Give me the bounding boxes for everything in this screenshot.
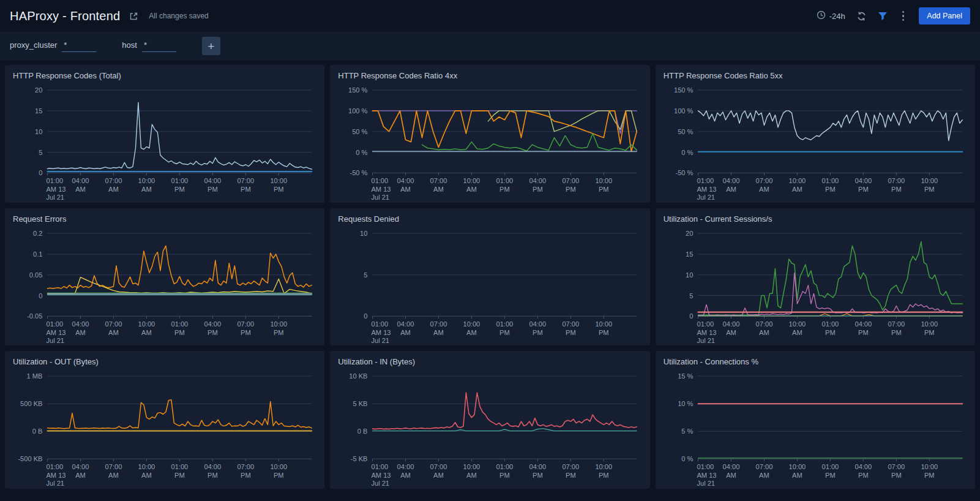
chart-utilization-connections-pct[interactable]: 15 %10 %5 %0 %01:00AM 13Jul 2104:00AM07:… (664, 369, 967, 488)
svg-text:07:00: 07:00 (755, 177, 772, 184)
svg-text:07:00: 07:00 (237, 464, 254, 471)
page-title: HAProxy - Frontend (10, 9, 120, 23)
svg-text:PM: PM (825, 186, 836, 193)
svg-text:PM: PM (499, 328, 510, 336)
svg-text:AM: AM (141, 186, 152, 193)
svg-text:AM 13: AM 13 (46, 186, 65, 193)
svg-text:Jul 21: Jul 21 (697, 480, 715, 487)
chart-utilization-out-bytes[interactable]: 1 MB500 KB0 B-500 KB01:00AM 13Jul 2104:0… (13, 369, 316, 488)
svg-text:PM: PM (241, 472, 251, 479)
svg-text:10:00: 10:00 (138, 464, 155, 471)
svg-text:500 KB: 500 KB (20, 401, 42, 408)
svg-text:07:00: 07:00 (755, 464, 772, 471)
svg-text:10:00: 10:00 (788, 464, 806, 471)
svg-text:07:00: 07:00 (563, 320, 580, 328)
chart-http-response-codes-ratio-4xx[interactable]: 150 %100 %50 %0 %-50 %01:00AM 13Jul 2104… (338, 83, 641, 202)
svg-text:AM: AM (792, 472, 802, 479)
chart-request-errors[interactable]: 0.20.10.050-0.0501:00AM 13Jul 2104:00AM0… (13, 226, 316, 345)
chart-http-response-codes-ratio-5xx[interactable]: 150 %100 %50 %0 %-50 %01:00AM 13Jul 2104… (664, 83, 967, 202)
svg-text:07:00: 07:00 (888, 464, 905, 471)
svg-text:AM: AM (75, 328, 86, 336)
svg-text:PM: PM (174, 328, 185, 336)
svg-text:AM: AM (759, 472, 769, 479)
svg-text:50 %: 50 % (678, 128, 693, 135)
refresh-icon[interactable] (856, 11, 867, 21)
svg-text:04:00: 04:00 (722, 320, 739, 328)
svg-text:10:00: 10:00 (596, 177, 613, 184)
svg-text:AM 13: AM 13 (697, 186, 716, 193)
svg-text:PM: PM (566, 328, 576, 336)
svg-text:0.2: 0.2 (33, 230, 42, 237)
filter-icon[interactable] (878, 12, 888, 21)
filter-value-input[interactable]: * (142, 40, 176, 52)
svg-text:01:00: 01:00 (821, 464, 839, 471)
svg-text:07:00: 07:00 (430, 320, 447, 328)
svg-text:-50 %: -50 % (675, 169, 693, 176)
chart-utilization-current-sessions[interactable]: 2015105001:00AM 13Jul 2104:00AM07:00AM10… (664, 226, 967, 345)
svg-text:0: 0 (39, 169, 42, 176)
svg-text:AM: AM (726, 472, 736, 479)
svg-text:04:00: 04:00 (397, 464, 414, 471)
svg-text:100 %: 100 % (674, 107, 694, 115)
svg-text:AM: AM (400, 186, 411, 193)
svg-text:01:00: 01:00 (372, 464, 389, 471)
svg-text:Jul 21: Jul 21 (697, 194, 715, 201)
svg-text:AM: AM (400, 328, 411, 336)
time-range-label: -24h (829, 12, 845, 21)
svg-text:10: 10 (35, 128, 42, 135)
clock-icon (817, 10, 826, 21)
svg-text:-5 KB: -5 KB (351, 456, 368, 463)
svg-text:07:00: 07:00 (105, 464, 122, 471)
svg-text:07:00: 07:00 (430, 177, 447, 184)
svg-text:04:00: 04:00 (397, 320, 414, 328)
svg-text:01:00: 01:00 (372, 177, 389, 184)
panel-title: Utilization - IN (Bytes) (338, 357, 641, 366)
time-range-button[interactable]: -24h (817, 10, 845, 21)
svg-text:0: 0 (689, 312, 693, 320)
svg-text:10:00: 10:00 (138, 177, 155, 184)
svg-text:PM: PM (208, 472, 218, 479)
svg-text:5: 5 (39, 149, 42, 156)
add-panel-button[interactable]: Add Panel (919, 7, 970, 24)
edit-dashboard-icon[interactable] (129, 11, 139, 21)
svg-text:AM: AM (141, 472, 152, 479)
svg-text:01:00: 01:00 (697, 464, 714, 471)
svg-text:PM: PM (858, 328, 869, 336)
chart-utilization-in-bytes[interactable]: 10 KB5 KB0 B-5 KB01:00AM 13Jul 2104:00AM… (338, 369, 641, 488)
chart-requests-denied[interactable]: 105001:00AM 13Jul 2104:00AM07:00AM10:00A… (338, 226, 641, 345)
svg-text:07:00: 07:00 (888, 177, 905, 184)
svg-text:PM: PM (566, 472, 576, 479)
kebab-menu-icon[interactable] (899, 10, 908, 23)
svg-text:PM: PM (274, 186, 284, 193)
svg-text:10: 10 (686, 271, 693, 278)
add-filter-button[interactable]: + (202, 37, 220, 55)
svg-text:-0.05: -0.05 (27, 312, 42, 320)
svg-text:AM: AM (433, 472, 444, 479)
svg-text:0: 0 (39, 292, 42, 299)
svg-text:07:00: 07:00 (105, 177, 122, 184)
svg-text:PM: PM (533, 472, 543, 479)
svg-text:04:00: 04:00 (855, 464, 872, 471)
svg-text:Jul 21: Jul 21 (46, 336, 64, 344)
filter-value-input[interactable]: * (62, 40, 96, 52)
panel-title: Utilization - Connections % (664, 357, 967, 366)
filter-bar: proxy_cluster * host * + (0, 32, 980, 60)
svg-text:PM: PM (274, 328, 284, 336)
svg-text:01:00: 01:00 (46, 177, 63, 184)
svg-text:Jul 21: Jul 21 (372, 336, 390, 344)
svg-text:01:00: 01:00 (496, 177, 514, 184)
svg-text:10:00: 10:00 (596, 320, 613, 328)
svg-text:1 MB: 1 MB (27, 373, 43, 380)
svg-text:AM 13: AM 13 (46, 472, 65, 479)
chart-http-response-codes-total[interactable]: 2015105001:00AM 13Jul 2104:00AM07:00AM10… (13, 83, 316, 202)
svg-text:AM: AM (726, 328, 736, 336)
svg-text:PM: PM (924, 186, 935, 193)
svg-text:10:00: 10:00 (138, 320, 155, 328)
svg-text:5: 5 (364, 271, 368, 278)
svg-text:PM: PM (599, 472, 609, 479)
svg-text:04:00: 04:00 (397, 177, 414, 184)
svg-text:AM: AM (75, 472, 86, 479)
filter-label: host (122, 40, 137, 50)
svg-text:10:00: 10:00 (270, 177, 287, 184)
svg-text:10:00: 10:00 (788, 320, 806, 328)
